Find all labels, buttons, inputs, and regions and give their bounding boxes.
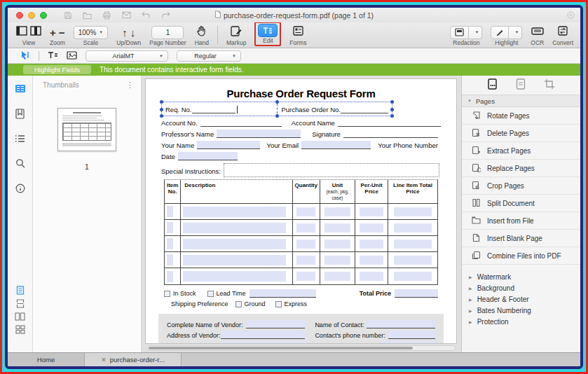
express-checkbox[interactable]	[275, 301, 282, 307]
in-stock-checkbox[interactable]	[164, 291, 170, 297]
redo-icon[interactable]	[161, 11, 170, 19]
thumbnails-panel-icon[interactable]	[15, 84, 26, 93]
header-footer-section[interactable]: ▶ Header & Footer	[462, 293, 580, 305]
total-price-field[interactable]	[395, 289, 438, 298]
extract-pages-item[interactable]: Extract Pages	[462, 142, 580, 160]
insert-from-file-item[interactable]: Insert from File	[462, 212, 580, 230]
dual-pane-view-icon[interactable]	[30, 26, 41, 39]
undo-icon[interactable]	[142, 11, 151, 19]
name-of-contact-field[interactable]	[367, 320, 435, 328]
font-family-dropdown[interactable]: ArialMT▼	[86, 50, 168, 62]
convert-icon[interactable]	[558, 26, 568, 39]
background-section[interactable]: ▶ Background	[462, 282, 580, 293]
search-icon[interactable]	[15, 158, 25, 168]
zoom-in-button[interactable]: +	[50, 27, 56, 38]
zoom-window-button[interactable]	[40, 12, 47, 19]
crop-pages-item[interactable]: Crop Pages	[462, 177, 580, 195]
unit-field[interactable]	[324, 272, 350, 281]
highlight-fields-button[interactable]: Highlight Fields	[23, 65, 91, 74]
quantity-field[interactable]	[296, 207, 315, 216]
address-line2-field[interactable]	[221, 341, 305, 344]
continuous-page-view-icon[interactable]	[16, 299, 25, 308]
req-no-field[interactable]	[192, 106, 235, 113]
line-total-field[interactable]	[394, 256, 432, 265]
special-instructions-field[interactable]	[224, 163, 439, 177]
item-no-field[interactable]	[167, 222, 173, 233]
forms-icon[interactable]	[293, 26, 303, 39]
vendor-name-field[interactable]	[246, 320, 306, 328]
combine-files-item[interactable]: Combine Files into PDF	[462, 247, 580, 265]
your-name-field[interactable]	[197, 141, 259, 149]
professors-name-field[interactable]	[217, 130, 301, 138]
description-field[interactable]	[183, 271, 285, 282]
email-icon[interactable]	[122, 11, 131, 19]
rotate-pages-item[interactable]: Rotate Pages	[462, 107, 580, 125]
zoom-out-button[interactable]: −	[59, 27, 65, 38]
quantity-field[interactable]	[296, 240, 315, 249]
signature-field[interactable]	[343, 131, 438, 138]
hand-tool-icon[interactable]	[196, 25, 207, 39]
single-page-view-icon[interactable]	[16, 286, 25, 295]
unit-field[interactable]	[324, 223, 350, 233]
lead-time-field[interactable]	[249, 289, 316, 298]
item-no-field[interactable]	[167, 254, 173, 265]
outline-panel-icon[interactable]	[15, 134, 25, 143]
redaction-button[interactable]	[450, 26, 469, 39]
tab-pages-icon[interactable]	[487, 78, 498, 92]
date-field[interactable]	[178, 152, 238, 160]
per-unit-price-field[interactable]	[360, 272, 383, 281]
description-field[interactable]	[183, 223, 285, 233]
page-up-button[interactable]: ↑	[122, 27, 128, 38]
folder-icon[interactable]	[83, 11, 92, 20]
unit-field[interactable]	[324, 256, 350, 265]
scale-dropdown[interactable]: 100%▼	[74, 26, 109, 39]
pages-section-header[interactable]: ▼ Pages	[462, 95, 580, 107]
item-no-field[interactable]	[167, 206, 173, 217]
description-field[interactable]	[183, 255, 285, 265]
add-image-icon[interactable]	[67, 50, 77, 62]
account-name-field[interactable]	[338, 120, 441, 127]
protection-section[interactable]: ▶ Protection	[462, 316, 580, 327]
description-field[interactable]	[183, 239, 285, 249]
markup-icon[interactable]	[231, 26, 242, 39]
split-document-item[interactable]: Split Document	[462, 195, 580, 212]
per-unit-price-field[interactable]	[360, 223, 383, 233]
document-close-icon[interactable]	[567, 9, 575, 22]
selected-field-row[interactable]: Req. No. Purchase Order No.	[161, 102, 392, 116]
unit-field[interactable]	[324, 207, 350, 216]
close-tab-icon[interactable]: ✕	[101, 356, 107, 363]
page-down-button[interactable]: ↓	[130, 27, 136, 38]
line-total-field[interactable]	[394, 207, 432, 216]
ocr-icon[interactable]	[531, 26, 544, 39]
line-total-field[interactable]	[394, 240, 432, 249]
page-thumbnail[interactable]	[57, 108, 116, 151]
minimize-window-button[interactable]	[28, 12, 35, 19]
account-no-field[interactable]	[200, 120, 282, 127]
edit-button[interactable]	[258, 24, 278, 37]
print-icon[interactable]	[102, 11, 111, 20]
tab-annotations-icon[interactable]	[516, 78, 526, 92]
delete-pages-item[interactable]: Delete Pages	[462, 125, 580, 142]
page-number-input[interactable]: 1	[151, 26, 184, 39]
info-panel-icon[interactable]	[15, 183, 25, 193]
line-total-field[interactable]	[394, 223, 432, 233]
item-no-field[interactable]	[167, 238, 173, 249]
grid-view-icon[interactable]	[15, 325, 25, 334]
close-window-button[interactable]	[16, 12, 23, 19]
your-email-field[interactable]	[301, 141, 371, 149]
per-unit-price-field[interactable]	[360, 240, 383, 249]
highlight-dropdown[interactable]: ▼	[509, 26, 522, 39]
insert-blank-page-item[interactable]: Insert Blank Page	[462, 230, 580, 247]
item-no-field[interactable]	[167, 271, 173, 282]
ground-checkbox[interactable]	[235, 301, 242, 307]
font-style-dropdown[interactable]: Regular▼	[177, 50, 241, 62]
watermark-section[interactable]: ▶ Watermark	[462, 271, 580, 282]
text-cursor-tool-icon[interactable]	[20, 50, 30, 62]
purchase-order-no-field[interactable]	[341, 106, 388, 113]
tab-document[interactable]: ✕ purchase-order-r...	[85, 353, 182, 366]
thumbnails-menu-icon[interactable]: ⋮	[126, 81, 134, 90]
tab-home[interactable]: Home	[8, 353, 85, 366]
save-icon[interactable]	[64, 11, 72, 20]
scrollbar-thumb[interactable]	[149, 347, 413, 349]
lead-time-checkbox[interactable]	[207, 291, 214, 297]
